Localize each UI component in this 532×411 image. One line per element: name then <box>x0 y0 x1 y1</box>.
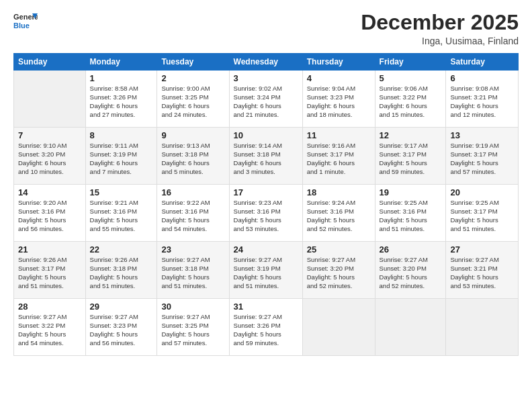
day-number: 4 <box>307 73 371 83</box>
header: General Blue December 2025 Inga, Uusimaa… <box>13 11 519 46</box>
cell-info: Sunrise: 9:17 AM Sunset: 3:17 PM Dayligh… <box>380 142 442 176</box>
day-number: 17 <box>234 187 298 197</box>
calendar-table: Sunday Monday Tuesday Wednesday Thursday… <box>13 53 519 356</box>
calendar-cell <box>302 299 375 356</box>
calendar-cell: 9Sunrise: 9:13 AM Sunset: 3:18 PM Daylig… <box>157 128 229 185</box>
day-number: 1 <box>90 73 153 83</box>
calendar-cell: 27Sunrise: 9:27 AM Sunset: 3:21 PM Dayli… <box>446 242 519 299</box>
day-number: 20 <box>450 187 514 197</box>
day-number: 19 <box>380 187 442 197</box>
cell-info: Sunrise: 9:27 AM Sunset: 3:23 PM Dayligh… <box>90 313 153 347</box>
calendar-cell: 20Sunrise: 9:25 AM Sunset: 3:17 PM Dayli… <box>446 185 519 242</box>
day-number: 14 <box>18 187 81 197</box>
subtitle: Inga, Uusimaa, Finland <box>361 36 519 46</box>
cell-info: Sunrise: 9:04 AM Sunset: 3:23 PM Dayligh… <box>307 85 371 119</box>
month-title: December 2025 <box>361 11 519 34</box>
day-number: 9 <box>161 130 224 140</box>
cell-info: Sunrise: 9:02 AM Sunset: 3:24 PM Dayligh… <box>234 85 298 119</box>
day-number: 22 <box>90 244 153 255</box>
logo: General Blue <box>13 11 38 31</box>
col-thursday: Thursday <box>302 54 375 71</box>
calendar-week-row: 7Sunrise: 9:10 AM Sunset: 3:20 PM Daylig… <box>14 128 519 185</box>
day-number: 24 <box>234 244 298 255</box>
cell-info: Sunrise: 9:26 AM Sunset: 3:17 PM Dayligh… <box>18 256 81 290</box>
day-number: 28 <box>18 302 81 312</box>
calendar-cell: 15Sunrise: 9:21 AM Sunset: 3:16 PM Dayli… <box>85 185 157 242</box>
cell-info: Sunrise: 9:27 AM Sunset: 3:19 PM Dayligh… <box>234 256 298 290</box>
calendar-cell: 12Sunrise: 9:17 AM Sunset: 3:17 PM Dayli… <box>375 128 446 185</box>
calendar-cell <box>375 299 446 356</box>
calendar-cell: 3Sunrise: 9:02 AM Sunset: 3:24 PM Daylig… <box>229 71 302 128</box>
calendar-week-row: 28Sunrise: 9:27 AM Sunset: 3:22 PM Dayli… <box>14 299 519 356</box>
day-number: 29 <box>90 302 153 312</box>
cell-info: Sunrise: 9:27 AM Sunset: 3:26 PM Dayligh… <box>234 313 298 347</box>
svg-text:Blue: Blue <box>13 21 30 30</box>
calendar-week-row: 1Sunrise: 8:58 AM Sunset: 3:26 PM Daylig… <box>14 71 519 128</box>
calendar-cell: 21Sunrise: 9:26 AM Sunset: 3:17 PM Dayli… <box>14 242 86 299</box>
calendar-cell: 16Sunrise: 9:22 AM Sunset: 3:16 PM Dayli… <box>157 185 229 242</box>
calendar-cell: 5Sunrise: 9:06 AM Sunset: 3:22 PM Daylig… <box>375 71 446 128</box>
calendar-cell: 22Sunrise: 9:26 AM Sunset: 3:18 PM Dayli… <box>85 242 157 299</box>
calendar-cell <box>14 71 86 128</box>
title-block: December 2025 Inga, Uusimaa, Finland <box>361 11 519 46</box>
cell-info: Sunrise: 9:13 AM Sunset: 3:18 PM Dayligh… <box>161 142 224 176</box>
calendar-week-row: 21Sunrise: 9:26 AM Sunset: 3:17 PM Dayli… <box>14 242 519 299</box>
page: General Blue December 2025 Inga, Uusimaa… <box>0 0 532 411</box>
cell-info: Sunrise: 9:06 AM Sunset: 3:22 PM Dayligh… <box>380 85 442 119</box>
calendar-cell: 10Sunrise: 9:14 AM Sunset: 3:18 PM Dayli… <box>229 128 302 185</box>
day-number: 5 <box>380 73 442 83</box>
calendar-week-row: 14Sunrise: 9:20 AM Sunset: 3:16 PM Dayli… <box>14 185 519 242</box>
col-friday: Friday <box>375 54 446 71</box>
calendar-cell: 26Sunrise: 9:27 AM Sunset: 3:20 PM Dayli… <box>375 242 446 299</box>
calendar-cell: 1Sunrise: 8:58 AM Sunset: 3:26 PM Daylig… <box>85 71 157 128</box>
calendar-cell: 17Sunrise: 9:23 AM Sunset: 3:16 PM Dayli… <box>229 185 302 242</box>
calendar-cell: 23Sunrise: 9:27 AM Sunset: 3:18 PM Dayli… <box>157 242 229 299</box>
day-number: 25 <box>307 244 371 255</box>
calendar-cell: 7Sunrise: 9:10 AM Sunset: 3:20 PM Daylig… <box>14 128 86 185</box>
calendar-cell: 13Sunrise: 9:19 AM Sunset: 3:17 PM Dayli… <box>446 128 519 185</box>
logo-icon: General Blue <box>13 11 38 31</box>
calendar-cell: 29Sunrise: 9:27 AM Sunset: 3:23 PM Dayli… <box>85 299 157 356</box>
calendar-cell: 25Sunrise: 9:27 AM Sunset: 3:20 PM Dayli… <box>302 242 375 299</box>
calendar-cell: 14Sunrise: 9:20 AM Sunset: 3:16 PM Dayli… <box>14 185 86 242</box>
calendar-cell: 2Sunrise: 9:00 AM Sunset: 3:25 PM Daylig… <box>157 71 229 128</box>
cell-info: Sunrise: 8:58 AM Sunset: 3:26 PM Dayligh… <box>90 85 153 119</box>
col-monday: Monday <box>85 54 157 71</box>
day-number: 18 <box>307 187 371 197</box>
day-number: 10 <box>234 130 298 140</box>
day-number: 13 <box>450 130 514 140</box>
cell-info: Sunrise: 9:24 AM Sunset: 3:16 PM Dayligh… <box>307 199 371 233</box>
day-number: 30 <box>161 302 224 312</box>
day-number: 2 <box>161 73 224 83</box>
cell-info: Sunrise: 9:19 AM Sunset: 3:17 PM Dayligh… <box>450 142 514 176</box>
cell-info: Sunrise: 9:20 AM Sunset: 3:16 PM Dayligh… <box>18 199 81 233</box>
day-number: 7 <box>18 130 81 140</box>
cell-info: Sunrise: 9:14 AM Sunset: 3:18 PM Dayligh… <box>234 142 298 176</box>
cell-info: Sunrise: 9:27 AM Sunset: 3:21 PM Dayligh… <box>450 256 514 290</box>
day-number: 12 <box>380 130 442 140</box>
day-number: 8 <box>90 130 153 140</box>
day-number: 16 <box>161 187 224 197</box>
calendar-cell: 24Sunrise: 9:27 AM Sunset: 3:19 PM Dayli… <box>229 242 302 299</box>
cell-info: Sunrise: 9:11 AM Sunset: 3:19 PM Dayligh… <box>90 142 153 176</box>
calendar-header-row: Sunday Monday Tuesday Wednesday Thursday… <box>14 54 519 71</box>
cell-info: Sunrise: 9:08 AM Sunset: 3:21 PM Dayligh… <box>450 85 514 119</box>
calendar-cell: 28Sunrise: 9:27 AM Sunset: 3:22 PM Dayli… <box>14 299 86 356</box>
cell-info: Sunrise: 9:27 AM Sunset: 3:20 PM Dayligh… <box>380 256 442 290</box>
cell-info: Sunrise: 9:26 AM Sunset: 3:18 PM Dayligh… <box>90 256 153 290</box>
cell-info: Sunrise: 9:23 AM Sunset: 3:16 PM Dayligh… <box>234 199 298 233</box>
cell-info: Sunrise: 9:25 AM Sunset: 3:17 PM Dayligh… <box>450 199 514 233</box>
col-sunday: Sunday <box>14 54 86 71</box>
col-saturday: Saturday <box>446 54 519 71</box>
calendar-cell: 4Sunrise: 9:04 AM Sunset: 3:23 PM Daylig… <box>302 71 375 128</box>
calendar-cell <box>446 299 519 356</box>
calendar-cell: 8Sunrise: 9:11 AM Sunset: 3:19 PM Daylig… <box>85 128 157 185</box>
cell-info: Sunrise: 9:22 AM Sunset: 3:16 PM Dayligh… <box>161 199 224 233</box>
cell-info: Sunrise: 9:00 AM Sunset: 3:25 PM Dayligh… <box>161 85 224 119</box>
cell-info: Sunrise: 9:27 AM Sunset: 3:22 PM Dayligh… <box>18 313 81 347</box>
day-number: 3 <box>234 73 298 83</box>
calendar-cell: 11Sunrise: 9:16 AM Sunset: 3:17 PM Dayli… <box>302 128 375 185</box>
calendar-cell: 31Sunrise: 9:27 AM Sunset: 3:26 PM Dayli… <box>229 299 302 356</box>
cell-info: Sunrise: 9:25 AM Sunset: 3:16 PM Dayligh… <box>380 199 442 233</box>
day-number: 26 <box>380 244 442 255</box>
